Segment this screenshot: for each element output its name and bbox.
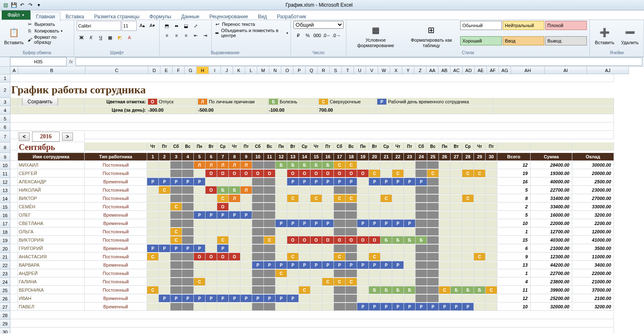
day-cell[interactable]: Р bbox=[299, 220, 311, 228]
day-cell[interactable] bbox=[451, 236, 462, 244]
day-cell[interactable] bbox=[451, 228, 462, 236]
day-cell[interactable]: С bbox=[346, 195, 357, 202]
day-cell[interactable] bbox=[451, 203, 462, 211]
day-cell[interactable] bbox=[287, 203, 299, 211]
day-cell[interactable]: Р bbox=[427, 303, 439, 311]
day-cell[interactable] bbox=[241, 261, 252, 269]
day-cell[interactable] bbox=[381, 245, 392, 252]
day-cell[interactable] bbox=[147, 170, 159, 178]
day-cell[interactable] bbox=[462, 270, 474, 278]
day-cell[interactable]: О bbox=[194, 253, 205, 261]
day-cell[interactable] bbox=[241, 286, 252, 294]
col-header[interactable]: AA bbox=[426, 67, 439, 74]
day-cell[interactable]: Р bbox=[287, 261, 299, 269]
day-cell[interactable] bbox=[439, 186, 451, 194]
day-cell[interactable] bbox=[381, 161, 392, 169]
day-cell[interactable]: Р bbox=[369, 261, 381, 269]
day-cell[interactable]: Р bbox=[276, 295, 287, 302]
day-cell[interactable] bbox=[416, 278, 427, 286]
day-cell[interactable] bbox=[439, 203, 451, 211]
day-cell[interactable]: Б bbox=[416, 236, 427, 244]
day-cell[interactable] bbox=[439, 245, 451, 252]
day-cell[interactable] bbox=[381, 228, 392, 236]
day-cell[interactable]: Р bbox=[276, 261, 287, 269]
day-cell[interactable] bbox=[170, 270, 182, 278]
day-cell[interactable]: О bbox=[334, 236, 346, 244]
cell-style-4[interactable]: Ввод bbox=[503, 36, 544, 45]
day-cell[interactable] bbox=[439, 178, 451, 186]
day-cell[interactable]: О bbox=[217, 253, 229, 261]
day-cell[interactable]: Б bbox=[369, 286, 381, 294]
day-cell[interactable] bbox=[357, 245, 369, 252]
cut-button[interactable]: ✂Вырезать bbox=[27, 21, 72, 28]
day-cell[interactable] bbox=[217, 220, 229, 228]
day-cell[interactable] bbox=[357, 253, 369, 261]
day-cell[interactable] bbox=[311, 211, 322, 219]
day-cell[interactable] bbox=[194, 270, 205, 278]
day-cell[interactable]: С bbox=[287, 195, 299, 202]
day-cell[interactable]: С bbox=[159, 186, 170, 194]
day-cell[interactable] bbox=[252, 161, 264, 169]
day-cell[interactable]: Р bbox=[217, 245, 229, 252]
day-cell[interactable] bbox=[299, 211, 311, 219]
font-color-button[interactable]: A bbox=[125, 33, 134, 42]
day-cell[interactable] bbox=[462, 220, 474, 228]
day-cell[interactable] bbox=[170, 286, 182, 294]
fill-color-button[interactable]: ◩ bbox=[115, 33, 124, 42]
day-cell[interactable]: Б bbox=[392, 286, 404, 294]
day-cell[interactable]: Р bbox=[252, 261, 264, 269]
day-cell[interactable] bbox=[369, 270, 381, 278]
day-cell[interactable] bbox=[159, 261, 170, 269]
day-cell[interactable] bbox=[264, 228, 276, 236]
day-cell[interactable] bbox=[404, 195, 416, 202]
day-cell[interactable]: С bbox=[170, 236, 182, 244]
day-cell[interactable]: О bbox=[229, 170, 241, 178]
day-cell[interactable] bbox=[334, 211, 346, 219]
day-cell[interactable]: Р bbox=[299, 178, 311, 186]
day-cell[interactable]: Р bbox=[381, 178, 392, 186]
day-cell[interactable] bbox=[299, 228, 311, 236]
col-header[interactable]: P bbox=[293, 67, 306, 74]
percent-icon[interactable]: % bbox=[303, 31, 312, 40]
indent-dec-icon[interactable]: ⇤ bbox=[191, 31, 200, 40]
qat-more-icon[interactable]: ▾ bbox=[35, 1, 43, 9]
col-header[interactable]: N bbox=[269, 67, 281, 74]
day-cell[interactable] bbox=[357, 178, 369, 186]
day-cell[interactable]: Р bbox=[311, 261, 322, 269]
day-cell[interactable]: Б bbox=[299, 161, 311, 169]
day-cell[interactable] bbox=[159, 286, 170, 294]
day-cell[interactable] bbox=[381, 186, 392, 194]
day-cell[interactable] bbox=[486, 270, 497, 278]
day-cell[interactable] bbox=[229, 245, 241, 252]
col-header[interactable]: AB bbox=[439, 67, 451, 74]
day-cell[interactable]: Р bbox=[311, 178, 322, 186]
day-cell[interactable]: Р bbox=[170, 245, 182, 252]
day-cell[interactable] bbox=[217, 278, 229, 286]
day-cell[interactable] bbox=[159, 161, 170, 169]
day-cell[interactable]: С bbox=[474, 170, 486, 178]
day-cell[interactable]: Б bbox=[474, 286, 486, 294]
day-cell[interactable] bbox=[346, 203, 357, 211]
day-cell[interactable] bbox=[486, 303, 497, 311]
day-cell[interactable] bbox=[474, 203, 486, 211]
day-cell[interactable] bbox=[404, 295, 416, 302]
day-cell[interactable] bbox=[252, 186, 264, 194]
day-cell[interactable] bbox=[182, 186, 194, 194]
day-cell[interactable] bbox=[276, 286, 287, 294]
day-cell[interactable] bbox=[334, 228, 346, 236]
day-cell[interactable] bbox=[486, 236, 497, 244]
day-cell[interactable]: Б bbox=[392, 236, 404, 244]
day-cell[interactable]: Р bbox=[241, 295, 252, 302]
day-cell[interactable]: Б bbox=[322, 161, 334, 169]
day-cell[interactable] bbox=[311, 303, 322, 311]
day-cell[interactable]: С bbox=[287, 253, 299, 261]
day-cell[interactable] bbox=[427, 236, 439, 244]
day-cell[interactable] bbox=[229, 261, 241, 269]
day-cell[interactable] bbox=[229, 220, 241, 228]
day-cell[interactable] bbox=[451, 170, 462, 178]
day-cell[interactable]: Р bbox=[357, 261, 369, 269]
day-cell[interactable] bbox=[147, 270, 159, 278]
day-cell[interactable] bbox=[299, 203, 311, 211]
day-cell[interactable] bbox=[299, 295, 311, 302]
day-cell[interactable] bbox=[346, 245, 357, 252]
